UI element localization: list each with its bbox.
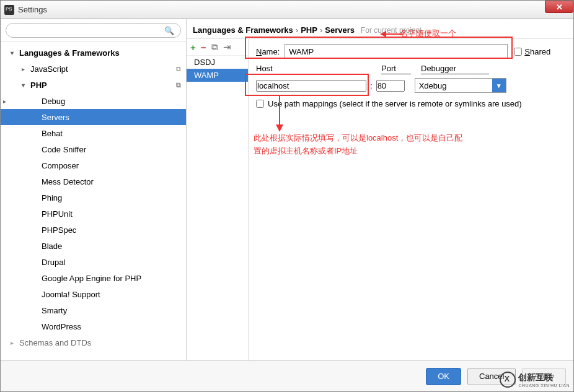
server-column: + − ⧉ ⇥ DSDJWAMP [187, 39, 249, 360]
settings-tree[interactable]: ▾ Languages & Frameworks ▸JavaScript⧉▾PH… [1, 42, 186, 360]
chevron-down-icon: ▼ [492, 79, 506, 92]
tree-item[interactable]: PHPSpec [1, 222, 186, 238]
chevron-right-icon: › [296, 25, 298, 35]
chevron-down-icon: ▾ [22, 82, 28, 89]
search-row: 🔍 [1, 19, 186, 42]
mapping-row: Use path mappings (select if the server … [256, 99, 566, 108]
debugger-value: Xdebug [419, 81, 447, 90]
chevron-down-icon: ▾ [11, 50, 17, 56]
project-hint: For current project [361, 26, 422, 35]
app-icon [4, 5, 14, 15]
server-form: Name: Shared Host Port Debugger : [249, 39, 573, 360]
breadcrumb-part: Languages & Frameworks [193, 25, 293, 35]
host-input[interactable] [256, 80, 366, 92]
tree-label: PHPSpec [42, 225, 76, 235]
tree-label: PHP [30, 81, 47, 90]
titlebar: Settings ✕ [1, 1, 573, 19]
breadcrumb-part: Servers [325, 25, 355, 35]
breadcrumb: Languages & Frameworks › PHP › Servers F… [187, 19, 573, 38]
window-title: Settings [18, 5, 47, 14]
tree-item[interactable]: Smarty [1, 302, 186, 318]
tree-item[interactable]: PHPUnit [1, 206, 186, 222]
debugger-select[interactable]: Xdebug ▼ [415, 78, 506, 93]
debugger-header: Debugger [421, 64, 489, 74]
search-icon: 🔍 [164, 26, 174, 35]
tree-item[interactable]: Servers [1, 109, 186, 125]
chevron-right-icon: ▸ [11, 339, 17, 346]
left-panel: 🔍 ▾ Languages & Frameworks ▸JavaScript⧉▾… [1, 19, 187, 360]
tree-label: Mess Detector [42, 177, 94, 186]
right-panel: Languages & Frameworks › PHP › Servers F… [187, 19, 573, 360]
chevron-right-icon: › [320, 25, 322, 35]
tree-label: Phing [42, 193, 62, 203]
server-list[interactable]: DSDJWAMP [187, 56, 248, 360]
tree-item[interactable]: Phing [1, 189, 186, 206]
tree-label: Smarty [42, 306, 67, 315]
tree-label: WordPress [42, 322, 81, 331]
name-label: Name: [256, 47, 280, 56]
chevron-right-icon: ▸ [22, 66, 28, 72]
tree-label: Debug [42, 97, 65, 106]
apply-button[interactable]: Apply [522, 368, 566, 385]
port-header: Port [381, 64, 411, 74]
close-button[interactable]: ✕ [545, 1, 573, 13]
tree-item[interactable]: Drupal [1, 254, 186, 270]
field-headers: Host Port Debugger [256, 64, 566, 74]
tree-item[interactable]: ▾PHP⧉ [1, 77, 186, 93]
server-item[interactable]: DSDJ [187, 56, 248, 69]
annotation-body: 此处根据实际情况填写，可以是localhost，也可以是自己配 置的虚拟主机名称… [254, 132, 551, 158]
main-area: 🔍 ▾ Languages & Frameworks ▸JavaScript⧉▾… [1, 19, 573, 360]
tree-item[interactable]: Mess Detector [1, 173, 186, 189]
tree-label: Joomla! Support [42, 290, 100, 299]
tree-item[interactable]: Behat [1, 125, 186, 141]
tree-item[interactable]: Blade [1, 238, 186, 254]
shared-checkbox[interactable] [514, 48, 522, 56]
tree-label: Code Sniffer [42, 145, 86, 154]
tree-label: Composer [42, 161, 79, 170]
path-mapping-label: Use path mappings (select if the server … [268, 99, 522, 108]
shared-group: Shared [514, 47, 555, 56]
tree-schemas[interactable]: ▸ Schemas and DTDs [1, 334, 186, 351]
tree-label: Drupal [42, 258, 65, 267]
ok-button[interactable]: OK [426, 368, 461, 385]
tree-item[interactable]: ▸Debug [1, 93, 186, 109]
tree-label: PHPUnit [42, 209, 73, 219]
remove-server-button[interactable]: − [201, 42, 206, 53]
server-toolbar: + − ⧉ ⇥ [187, 39, 248, 56]
colon: : [370, 81, 373, 90]
footer: OK Cancel Apply 创新互联 CHUANG XIN HU LIAN [1, 360, 573, 391]
chevron-right-icon: ▸ [3, 98, 9, 105]
tree-item[interactable]: Code Sniffer [1, 141, 186, 157]
cancel-button[interactable]: Cancel [467, 368, 516, 385]
copy-server-button[interactable]: ⧉ [211, 41, 218, 53]
name-row: Name: Shared [256, 44, 566, 59]
copy-icon: ⧉ [176, 65, 181, 73]
content: + − ⧉ ⇥ DSDJWAMP Name: Shared [187, 38, 573, 360]
host-header: Host [256, 64, 369, 74]
import-server-button[interactable]: ⇥ [223, 41, 231, 53]
add-server-button[interactable]: + [190, 42, 196, 53]
tree-item[interactable]: Google App Engine for PHP [1, 270, 186, 286]
tree-item[interactable]: ▸JavaScript⧉ [1, 61, 186, 77]
tree-label: Blade [42, 242, 62, 251]
tree-label: Servers [42, 113, 69, 122]
name-input[interactable] [285, 44, 508, 59]
tree-label: Google App Engine for PHP [42, 274, 141, 283]
breadcrumb-part: PHP [301, 25, 317, 35]
tree-root[interactable]: ▾ Languages & Frameworks [1, 45, 186, 61]
tree-label: Schemas and DTDs [19, 338, 91, 347]
tree-item[interactable]: Composer [1, 157, 186, 173]
search-input[interactable] [6, 23, 181, 38]
port-input[interactable] [376, 80, 405, 92]
shared-label: Shared [524, 47, 550, 56]
copy-icon: ⧉ [176, 81, 181, 89]
tree-item[interactable]: Joomla! Support [1, 286, 186, 302]
field-row: : Xdebug ▼ [256, 78, 566, 93]
tree-item[interactable]: WordPress [1, 318, 186, 334]
tree-label: Behat [42, 129, 63, 138]
svg-marker-1 [276, 124, 283, 132]
path-mapping-checkbox[interactable] [256, 100, 264, 108]
tree-label: Languages & Frameworks [19, 48, 120, 58]
server-item[interactable]: WAMP [187, 69, 248, 82]
tree-label: JavaScript [30, 64, 68, 74]
